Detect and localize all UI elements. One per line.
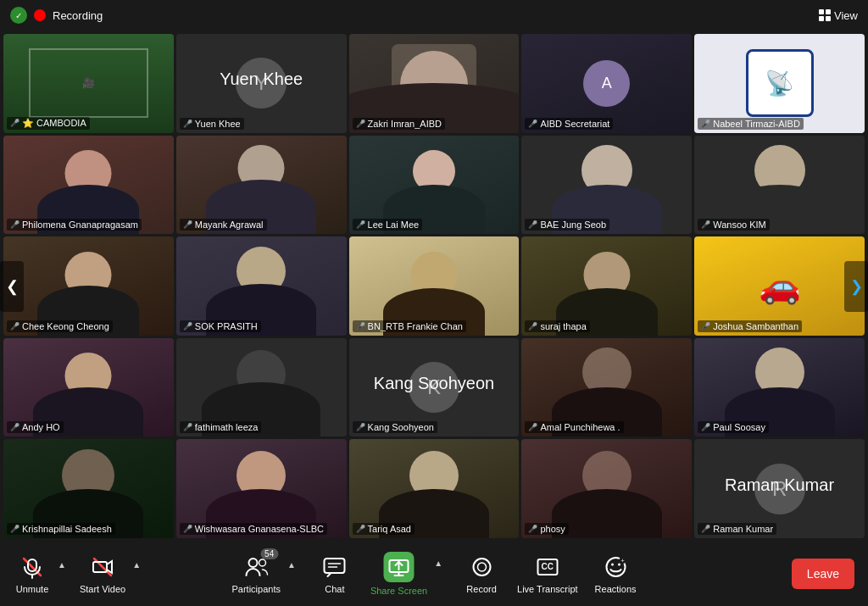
reactions-label: Reactions (595, 584, 637, 594)
start-video-icon (89, 553, 116, 581)
participant-cell-tariq[interactable]: 🎤Tariq Asad (349, 439, 520, 538)
unmute-label: Unmute (16, 584, 49, 594)
svg-point-14 (473, 559, 490, 575)
record-button[interactable]: Record (463, 553, 500, 594)
participant-name-wansoo: 🎤Wansoo KIM (698, 219, 770, 231)
participant-name-yuen: 🎤Yuen Khee (180, 118, 244, 130)
participant-cell-raman[interactable]: R Raman Kumar 🎤Raman Kumar (694, 439, 865, 538)
share-screen-group: Share Screen ▲ (370, 552, 446, 596)
start-video-chevron[interactable]: ▲ (129, 557, 144, 573)
start-video-button[interactable]: Start Video (80, 553, 125, 594)
record-label: Record (466, 584, 496, 594)
participant-name-phosy: 🎤phosy (525, 523, 568, 535)
unmute-group: Unmute ▲ (14, 553, 70, 594)
top-bar-right: View (819, 9, 858, 22)
shield-icon: ✓ (10, 7, 27, 24)
participant-name-philomena: 🎤Philomena Gnanapragasam (7, 219, 142, 231)
svg-point-15 (477, 563, 486, 571)
top-bar-left: ✓ Recording (10, 7, 103, 24)
participant-cell-kang[interactable]: K Kang Soohyeon 🎤Kang Soohyeon (349, 338, 520, 437)
participant-name-aibd-sec: 🎤AIBD Secretariat (525, 118, 613, 130)
participants-group: 54 Participants ▲ (231, 553, 298, 594)
participant-name-center-kang: Kang Soohyeon (374, 374, 494, 393)
record-icon (468, 553, 495, 581)
participant-name-chee: 🎤Chee Keong Cheong (7, 320, 113, 332)
participant-name-kang: 🎤Kang Soohyeon (353, 421, 437, 433)
participant-cell-nabeel[interactable]: 📡 🎤Nabeel Tirmazi-AIBD (694, 34, 865, 133)
live-transcript-button[interactable]: CC Live Transcript (517, 553, 578, 594)
leave-button[interactable]: Leave (792, 559, 854, 589)
participant-cell-sok[interactable]: 🎤SOK PRASITH (176, 236, 347, 336)
participant-cell-philomena[interactable]: 🎤Philomena Gnanapragasam (3, 136, 174, 235)
participant-name-sok: 🎤SOK PRASITH (180, 320, 261, 332)
share-screen-button[interactable]: Share Screen (370, 552, 427, 596)
participant-name-paul: 🎤Paul Soosay (698, 421, 769, 433)
chat-icon (321, 553, 348, 581)
participant-cell-bae[interactable]: 🎤BAE Jung Seob (521, 136, 692, 235)
toolbar-left: Unmute ▲ Start Video ▲ (14, 553, 144, 594)
participant-cell-andy[interactable]: 🎤Andy HO (3, 338, 174, 437)
participant-cell-leelai[interactable]: 🎤Lee Lai Mee (349, 136, 520, 235)
participant-cell-yuen[interactable]: Y Yuen Khee 🎤Yuen Khee (176, 34, 347, 133)
participant-cell-fath[interactable]: 🎤fathimath leeza (176, 338, 347, 437)
svg-point-17 (611, 564, 614, 566)
unmute-button[interactable]: Unmute (14, 553, 51, 594)
participant-cell-bn[interactable]: 🎤BN_RTB Frankie Chan (349, 236, 520, 336)
grid-icon (819, 9, 831, 21)
start-video-group: Start Video ▲ (80, 553, 144, 594)
share-screen-icon (384, 552, 415, 582)
participant-name-cambodia: 🎤⭐ CAMBODIA (7, 117, 90, 130)
participant-cell-zakri[interactable]: 🎤Zakri Imran_AIBD (349, 34, 520, 133)
participant-name-mayank: 🎤Mayank Agrawal (180, 219, 267, 231)
participant-name-raman: 🎤Raman Kumar (698, 523, 776, 535)
participant-cell-aibd-sec[interactable]: A 🎤AIBD Secretariat (521, 34, 692, 133)
participant-cell-wansoo[interactable]: 🎤Wansoo KIM (694, 136, 865, 235)
live-transcript-icon: CC (534, 553, 561, 581)
participant-name-amal: 🎤Amal Punchihewa . (525, 421, 623, 433)
participant-cell-mayank[interactable]: 🎤Mayank Agrawal (176, 136, 347, 235)
chat-label: Chat (325, 584, 344, 594)
participant-name-center-yuen: Yuen Khee (220, 69, 303, 89)
participants-label: Participants (231, 584, 280, 594)
participant-cell-phosy[interactable]: 🎤phosy (521, 439, 692, 538)
nav-arrow-left[interactable]: ❮ (0, 261, 24, 312)
participant-name-zakri: 🎤Zakri Imran_AIBD (353, 118, 445, 130)
nav-arrow-right[interactable]: ❯ (844, 261, 868, 312)
participant-name-center-raman: Raman Kumar (725, 475, 834, 495)
grid-row-5: 🎤Krishnapillai Sadeesh 🎤Wishwasara Gnana… (3, 439, 865, 538)
participant-cell-krishna[interactable]: 🎤Krishnapillai Sadeesh (3, 439, 174, 538)
participants-button[interactable]: 54 Participants (231, 553, 280, 594)
svg-point-5 (248, 559, 257, 567)
participant-cell-paul[interactable]: 🎤Paul Soosay (694, 338, 865, 437)
participant-name-suraj: 🎤suraj thapa (525, 320, 589, 332)
svg-rect-7 (325, 559, 345, 573)
participant-cell-wish[interactable]: 🎤Wishwasara Gnanasena-SLBC (176, 439, 347, 538)
reactions-button[interactable]: + Reactions (595, 553, 637, 594)
chat-button[interactable]: Chat (316, 553, 353, 594)
video-grid: 🎥 🎤⭐ CAMBODIA Y Yuen Khee 🎤Yuen Khee (0, 31, 868, 542)
participant-name-bn: 🎤BN_RTB Frankie Chan (353, 320, 466, 332)
cc-box: CC (537, 559, 558, 575)
unmute-icon (19, 553, 46, 581)
participant-name-wish: 🎤Wishwasara Gnanasena-SLBC (180, 523, 327, 535)
live-transcript-label: Live Transcript (517, 584, 578, 594)
participant-name-bae: 🎤BAE Jung Seob (525, 219, 609, 231)
view-label: View (834, 9, 858, 22)
svg-point-6 (259, 559, 265, 566)
share-screen-chevron[interactable]: ▲ (431, 555, 446, 571)
unmute-chevron[interactable]: ▲ (54, 557, 70, 573)
view-button[interactable]: View (819, 9, 858, 22)
participant-cell-joshua[interactable]: 🚗 🎤Joshua Sambanthan (694, 236, 865, 336)
participant-cell-cambodia[interactable]: 🎥 🎤⭐ CAMBODIA (3, 34, 174, 133)
participant-cell-suraj[interactable]: 🎤suraj thapa (521, 236, 692, 336)
participant-name-leelai: 🎤Lee Lai Mee (353, 219, 423, 231)
grid-row-4: 🎤Andy HO 🎤fathimath leeza K Kang Soohyeo… (3, 338, 865, 437)
start-video-label: Start Video (80, 584, 125, 594)
toolbar-center: 54 Participants ▲ Chat (231, 552, 636, 596)
participant-cell-amal[interactable]: 🎤Amal Punchihewa . (521, 338, 692, 437)
participants-count: 54 (260, 548, 278, 559)
share-screen-label: Share Screen (370, 586, 427, 596)
recording-indicator (34, 9, 46, 21)
participants-chevron[interactable]: ▲ (284, 557, 299, 573)
participant-cell-chee[interactable]: 🎤Chee Keong Cheong (3, 236, 174, 336)
